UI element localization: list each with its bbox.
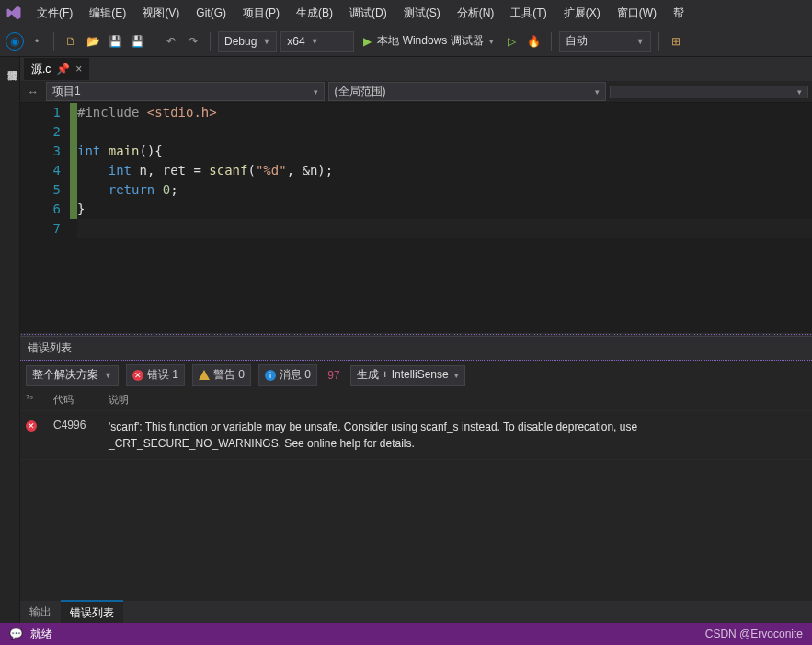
- nav-forward-button[interactable]: •: [28, 32, 46, 51]
- watermark: CSDN @Ervoconite: [705, 628, 803, 640]
- member-scope-dropdown[interactable]: ▾: [610, 86, 808, 98]
- tab-well: 源.c 📌 ×: [20, 57, 812, 81]
- tab-output[interactable]: 输出: [20, 601, 61, 624]
- error-list-toolbar: 整个解决方案▼ ✕错误 1 警告 0 i消息 0 97 生成 + Intelli…: [20, 361, 812, 389]
- output-tabs: 输出 错误列表: [20, 601, 812, 623]
- errors-filter-button[interactable]: ✕错误 1: [126, 364, 185, 386]
- scope-dropdown[interactable]: 整个解决方案▼: [26, 365, 119, 386]
- error-icon: ✕: [26, 420, 37, 432]
- open-button[interactable]: 📂: [84, 32, 102, 51]
- feedback-icon[interactable]: 💬: [9, 628, 23, 640]
- warnings-filter-button[interactable]: 警告 0: [192, 364, 251, 386]
- save-button[interactable]: 💾: [106, 32, 124, 51]
- file-tab[interactable]: 源.c 📌 ×: [24, 58, 89, 80]
- config-dropdown[interactable]: Debug▼: [218, 31, 277, 52]
- menu-git[interactable]: Git(G): [189, 3, 234, 23]
- close-icon[interactable]: ×: [75, 63, 82, 75]
- col-desc[interactable]: 说明: [109, 393, 806, 407]
- error-table-header: ⁷ˢ 代码 说明: [20, 389, 812, 411]
- separator: [53, 32, 54, 51]
- navigate-icon[interactable]: ↔: [24, 83, 42, 101]
- redo-button[interactable]: ↷: [184, 32, 202, 51]
- build-filter-icon[interactable]: 97: [325, 366, 343, 385]
- start-without-debug-button[interactable]: ▷: [503, 32, 521, 51]
- separator: [210, 32, 211, 51]
- save-all-button[interactable]: 💾: [128, 32, 146, 51]
- tab-label: 源.c: [31, 62, 51, 77]
- menu-analyze[interactable]: 分析(N): [450, 2, 502, 25]
- status-ready: 就绪: [30, 627, 52, 642]
- code-content[interactable]: #include <stdio.h>int main(){ int n, ret…: [77, 103, 812, 333]
- info-icon: i: [265, 370, 276, 381]
- messages-filter-button[interactable]: i消息 0: [258, 364, 317, 386]
- menu-file[interactable]: 文件(F): [29, 2, 80, 25]
- auto-dropdown[interactable]: 自动▼: [559, 31, 651, 52]
- hot-reload-icon[interactable]: 🔥: [525, 32, 543, 51]
- run-debugger-button[interactable]: ▶本地 Windows 调试器▾: [358, 31, 498, 51]
- nav-back-button[interactable]: ◉: [6, 32, 24, 51]
- project-scope-dropdown[interactable]: 项目1▾: [46, 82, 325, 101]
- main-area: 属性管理器 源.c 📌 × ↔ 项目1▾ (全局范围)▾ ▾ 1234567 #…: [0, 57, 812, 623]
- property-manager-panel[interactable]: 属性管理器: [0, 57, 20, 623]
- error-code: C4996: [53, 419, 109, 432]
- menu-extensions[interactable]: 扩展(X): [556, 2, 608, 25]
- col-icon[interactable]: ⁷ˢ: [26, 393, 53, 407]
- tab-error-list[interactable]: 错误列表: [61, 600, 123, 625]
- source-dropdown[interactable]: 生成 + IntelliSense▾: [350, 365, 465, 386]
- pin-icon[interactable]: 📌: [56, 63, 70, 75]
- menu-build[interactable]: 生成(B): [289, 2, 340, 25]
- breadcrumb-bar: ↔ 项目1▾ (全局范围)▾ ▾: [20, 81, 812, 103]
- menu-project[interactable]: 项目(P): [235, 2, 287, 25]
- line-gutter: 1234567: [20, 103, 70, 333]
- menu-debug[interactable]: 调试(D): [342, 2, 395, 25]
- menu-tools[interactable]: 工具(T): [503, 2, 554, 25]
- error-row[interactable]: ✕ C4996 'scanf': This function or variab…: [20, 411, 812, 460]
- separator: [658, 32, 659, 51]
- menu-edit[interactable]: 编辑(E): [82, 2, 133, 25]
- col-code[interactable]: 代码: [53, 393, 109, 407]
- menu-bar: 文件(F) 编辑(E) 视图(V) Git(G) 项目(P) 生成(B) 调试(…: [0, 0, 812, 26]
- error-description: 'scanf': This function or variable may b…: [109, 419, 806, 452]
- extra-button[interactable]: ⊞: [667, 32, 685, 51]
- error-list-panel: 错误列表 整个解决方案▼ ✕错误 1 警告 0 i消息 0 97 生成 + In…: [20, 336, 812, 623]
- change-indicator: [70, 103, 77, 333]
- status-bar: 💬 就绪 CSDN @Ervoconite: [0, 623, 812, 645]
- error-icon: ✕: [132, 370, 143, 381]
- undo-button[interactable]: ↶: [162, 32, 180, 51]
- warning-icon: [199, 370, 210, 380]
- menu-window[interactable]: 窗口(W): [610, 2, 664, 25]
- play-icon: ▶: [363, 35, 372, 48]
- separator: [154, 32, 154, 51]
- menu-test[interactable]: 测试(S): [396, 2, 448, 25]
- code-editor[interactable]: 1234567 #include <stdio.h>int main(){ in…: [20, 103, 812, 333]
- error-list-title: 错误列表: [20, 337, 812, 361]
- toolbar: ◉ • 🗋 📂 💾 💾 ↶ ↷ Debug▼ x64▼ ▶本地 Windows …: [0, 26, 812, 57]
- vs-logo-icon: [6, 5, 22, 21]
- menu-help[interactable]: 帮: [666, 2, 692, 25]
- menu-view[interactable]: 视图(V): [135, 2, 187, 25]
- platform-dropdown[interactable]: x64▼: [280, 31, 354, 52]
- editor-container: 源.c 📌 × ↔ 项目1▾ (全局范围)▾ ▾ 1234567 #includ…: [20, 57, 812, 623]
- separator: [551, 32, 552, 51]
- new-item-button[interactable]: 🗋: [62, 32, 80, 51]
- function-scope-dropdown[interactable]: (全局范围)▾: [328, 82, 607, 101]
